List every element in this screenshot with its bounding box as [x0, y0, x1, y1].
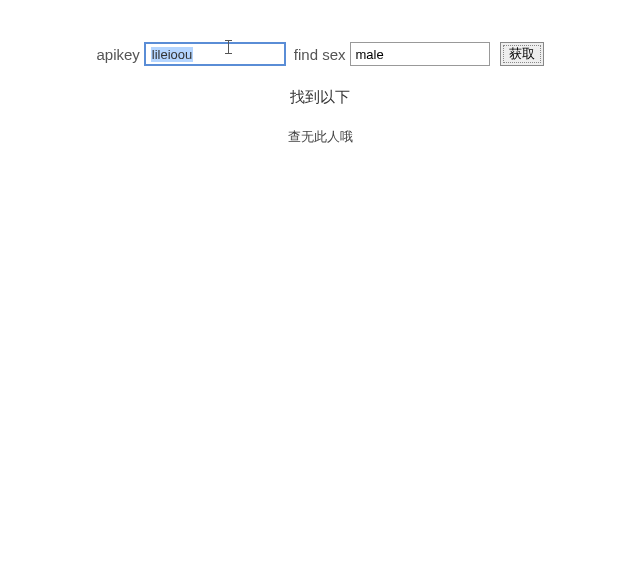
- results-header: 找到以下: [0, 88, 640, 107]
- results-message: 查无此人哦: [0, 128, 640, 146]
- search-form: apikey lileioou find sex 获取: [0, 42, 640, 66]
- fetch-button[interactable]: 获取: [500, 42, 544, 66]
- apikey-value-selected: lileioou: [151, 47, 193, 62]
- findsex-label: find sex: [294, 46, 346, 63]
- apikey-input[interactable]: lileioou: [144, 42, 286, 66]
- findsex-input[interactable]: [350, 42, 490, 66]
- apikey-label: apikey: [96, 46, 139, 63]
